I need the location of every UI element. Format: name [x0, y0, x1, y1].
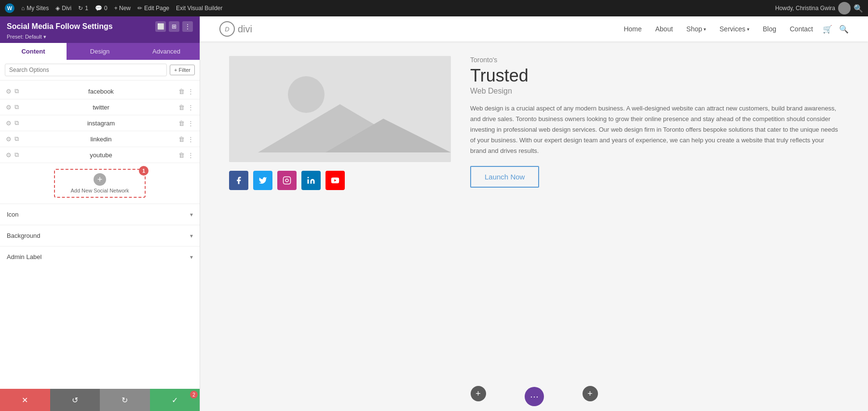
nav-contact[interactable]: Contact: [790, 25, 813, 33]
drag-icon-linkedin[interactable]: ⋮: [188, 136, 194, 143]
nav-home[interactable]: Home: [624, 25, 641, 33]
preset-selector[interactable]: Preset: Default ▾: [7, 34, 193, 40]
undo-icon: ↺: [72, 396, 78, 405]
duplicate-icon-twitter[interactable]: ⧉: [14, 103, 19, 111]
nav-shop[interactable]: Shop ▾: [686, 25, 706, 33]
tab-content[interactable]: Content: [0, 43, 67, 60]
social-icon-linkedin[interactable]: [301, 171, 321, 190]
svg-rect-4: [284, 177, 291, 184]
module-options-button[interactable]: ⋯: [525, 387, 544, 406]
new-menu[interactable]: + New: [114, 5, 131, 12]
plus-icon: +: [174, 67, 177, 73]
settings-icon-facebook[interactable]: ⚙: [6, 87, 12, 95]
add-new-social-button[interactable]: + Add New Social Network 1: [54, 169, 146, 198]
redo-button[interactable]: ↻: [100, 389, 150, 411]
add-column-right-button[interactable]: +: [583, 386, 598, 401]
site-logo: D divi: [219, 21, 252, 37]
drag-icon-youtube[interactable]: ⋮: [188, 151, 194, 159]
settings-icon-twitter[interactable]: ⚙: [6, 103, 12, 111]
social-item-linkedin: ⚙ ⧉ linkedin 🗑 ⋮: [0, 131, 200, 147]
social-icon-twitter[interactable]: [253, 171, 272, 190]
background-section-header[interactable]: Background ▾: [0, 225, 200, 246]
more-options-icon[interactable]: ⋮: [182, 21, 193, 32]
page-preview: D divi Home About Shop ▾ Services ▾ Blog…: [200, 16, 868, 411]
hero-image-placeholder: [229, 56, 451, 162]
sites-icon: ⌂: [21, 5, 25, 12]
admin-search-icon[interactable]: 🔍: [854, 4, 863, 13]
save-button[interactable]: ✓ 2: [150, 389, 200, 411]
toronto-label: Toronto's: [470, 56, 839, 64]
save-icon: ✓: [172, 396, 178, 405]
svg-rect-6: [308, 179, 309, 184]
social-icon-youtube[interactable]: [326, 171, 345, 190]
search-input[interactable]: [5, 64, 167, 76]
undo-button[interactable]: ↺: [50, 389, 100, 411]
add-badge: 1: [139, 166, 149, 176]
trusted-heading: Trusted: [470, 66, 839, 86]
social-item-facebook: ⚙ ⧉ facebook 🗑 ⋮: [0, 83, 200, 99]
nav-blog[interactable]: Blog: [763, 25, 776, 33]
nav-about[interactable]: About: [655, 25, 673, 33]
drag-icon-instagram[interactable]: ⋮: [188, 120, 194, 127]
social-icon-instagram[interactable]: [277, 171, 297, 190]
add-new-label: Add New Social Network: [70, 188, 129, 193]
nav-search-icon[interactable]: 🔍: [839, 25, 849, 34]
delete-icon-instagram[interactable]: 🗑: [178, 120, 185, 127]
delete-icon-linkedin[interactable]: 🗑: [178, 136, 185, 143]
drag-icon-twitter[interactable]: ⋮: [188, 104, 194, 111]
tab-advanced[interactable]: Advanced: [133, 43, 200, 60]
settings-icon-linkedin[interactable]: ⚙: [6, 135, 12, 143]
delete-icon-youtube[interactable]: 🗑: [178, 151, 185, 159]
facebook-label: facebook: [24, 88, 178, 95]
svg-point-1: [288, 76, 325, 113]
my-sites-menu[interactable]: ⌂ My Sites: [21, 5, 49, 12]
admin-label-section-label: Admin Label: [7, 253, 41, 260]
filter-button[interactable]: + Filter: [170, 65, 195, 75]
delete-icon-twitter[interactable]: 🗑: [178, 104, 185, 111]
recycle-icon: ↻: [78, 5, 83, 12]
duplicate-icon-youtube[interactable]: ⧉: [14, 151, 19, 159]
page-body: Toronto's Trusted Web Design Web design …: [200, 41, 868, 376]
social-icons-row: [229, 171, 451, 190]
cart-icon[interactable]: 🛒: [823, 25, 832, 34]
delete-icon-facebook[interactable]: 🗑: [178, 88, 185, 95]
expand-icon[interactable]: ⬜: [155, 21, 166, 32]
svg-point-7: [308, 177, 309, 178]
panel-title-text: Social Media Follow Settings: [7, 22, 113, 31]
add-new-container: + Add New Social Network 1: [0, 163, 200, 204]
tab-design[interactable]: Design: [67, 43, 133, 60]
comments-menu[interactable]: ↻ 1: [78, 5, 88, 12]
user-greeting: Howdy, Christina Gwira: [775, 5, 835, 12]
divi-menu[interactable]: ◈ Divi: [55, 5, 71, 12]
add-plus-icon: +: [94, 173, 106, 186]
site-navigation: Home About Shop ▾ Services ▾ Blog Contac…: [624, 25, 813, 33]
duplicate-icon-facebook[interactable]: ⧉: [14, 87, 19, 95]
settings-panel: Social Media Follow Settings ⬜ ⊞ ⋮ Prese…: [0, 16, 200, 411]
nav-services[interactable]: Services ▾: [719, 25, 749, 33]
youtube-label: youtube: [24, 151, 178, 159]
social-icon-facebook[interactable]: [229, 171, 248, 190]
drag-icon-facebook[interactable]: ⋮: [188, 88, 194, 95]
builder-add-buttons: + + ⋯: [200, 376, 868, 411]
icon-chevron-icon: ▾: [190, 211, 193, 218]
settings-icon-youtube[interactable]: ⚙: [6, 151, 12, 159]
save-badge: 2: [190, 391, 198, 398]
admin-label-section-header[interactable]: Admin Label ▾: [0, 247, 200, 267]
duplicate-icon-linkedin[interactable]: ⧉: [14, 135, 19, 143]
exit-builder-link[interactable]: Exit Visual Builder: [176, 5, 223, 12]
comments-count-menu[interactable]: 💬 0: [95, 5, 108, 12]
services-chevron-icon: ▾: [747, 27, 749, 32]
body-text: Web design is a crucial aspect of any mo…: [470, 103, 839, 156]
launch-now-button[interactable]: Launch Now: [470, 166, 539, 188]
background-section: Background ▾: [0, 225, 200, 246]
cancel-button[interactable]: ✕: [0, 389, 50, 411]
edit-page-link[interactable]: ✏ Edit Page: [137, 5, 169, 12]
icon-section-header[interactable]: Icon ▾: [0, 204, 200, 225]
admin-bar: W ⌂ My Sites ◈ Divi ↻ 1 💬 0 + New ✏ Edit…: [0, 0, 868, 16]
linkedin-label: linkedin: [24, 136, 178, 143]
wp-logo-icon[interactable]: W: [5, 3, 14, 13]
duplicate-icon-instagram[interactable]: ⧉: [14, 119, 19, 127]
add-column-left-button[interactable]: +: [471, 386, 486, 401]
grid-icon[interactable]: ⊞: [169, 21, 179, 32]
settings-icon-instagram[interactable]: ⚙: [6, 119, 12, 127]
